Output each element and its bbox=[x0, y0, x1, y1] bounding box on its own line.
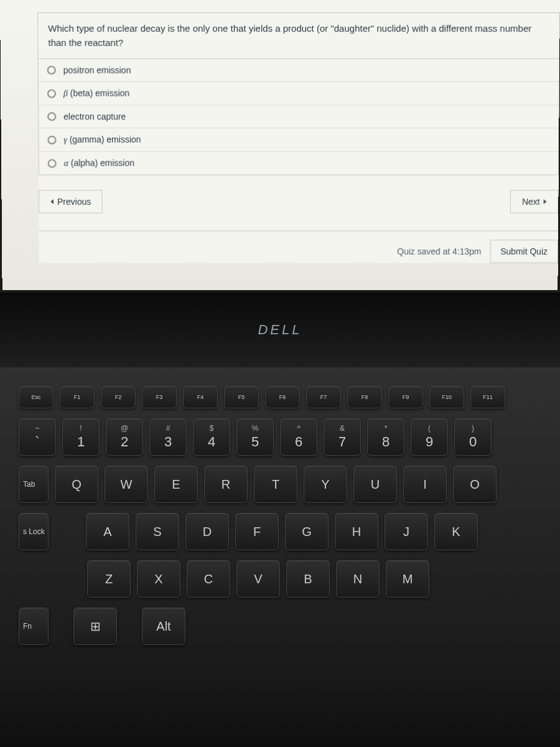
option-positron[interactable]: positron emission bbox=[39, 59, 559, 82]
key-y[interactable]: Y bbox=[304, 466, 347, 503]
laptop-bezel: DELL bbox=[0, 293, 560, 367]
option-label: positron emission bbox=[63, 65, 131, 75]
number-key-row: ~`!1@2#3$4%5^6&7*8(9)0 bbox=[19, 418, 548, 456]
next-button[interactable]: Next bbox=[510, 190, 559, 214]
question-bold: mass number bbox=[475, 23, 531, 34]
chevron-left-icon bbox=[50, 199, 54, 204]
submit-quiz-button[interactable]: Submit Quiz bbox=[490, 240, 558, 263]
option-gamma[interactable]: γ (gamma) emission bbox=[39, 128, 558, 152]
radio-icon[interactable] bbox=[47, 66, 56, 75]
key-f10[interactable]: F10 bbox=[429, 386, 464, 408]
option-alpha[interactable]: α (alpha) emission bbox=[39, 152, 558, 175]
key-b[interactable]: B bbox=[286, 560, 330, 598]
keyboard: EscF1F2F3F4F5F6F7F8F9F10F11 ~`!1@2#3$4%5… bbox=[0, 367, 560, 747]
key-f1[interactable]: F1 bbox=[60, 386, 95, 408]
key-4[interactable]: $4 bbox=[193, 418, 230, 456]
key-h[interactable]: H bbox=[335, 513, 378, 550]
key-v[interactable]: V bbox=[236, 560, 280, 598]
option-label: electron capture bbox=[63, 111, 126, 121]
key-2[interactable]: @2 bbox=[106, 418, 143, 456]
key-i[interactable]: I bbox=[403, 466, 447, 503]
question-suffix: than the reactant? bbox=[48, 37, 123, 47]
previous-label: Previous bbox=[57, 197, 91, 207]
nav-row: Previous Next bbox=[39, 190, 559, 214]
windows-key[interactable]: ⊞ bbox=[73, 608, 117, 645]
question-underlined: only bbox=[193, 23, 210, 34]
options-list: positron emission β (beta) emission elec… bbox=[38, 59, 560, 176]
qwerty-row: Tab QWERTYUIO bbox=[19, 466, 548, 503]
key-t[interactable]: T bbox=[254, 466, 297, 503]
radio-icon[interactable] bbox=[48, 159, 57, 167]
option-electron-capture[interactable]: electron capture bbox=[39, 105, 559, 128]
bottom-row: Fn ⊞ Alt bbox=[19, 608, 548, 645]
key-f11[interactable]: F11 bbox=[470, 386, 505, 408]
brand-logo: DELL bbox=[258, 322, 302, 338]
key-w[interactable]: W bbox=[105, 466, 148, 503]
submit-row: Quiz saved at 4:13pm Submit Quiz bbox=[39, 230, 559, 263]
key-1[interactable]: !1 bbox=[62, 418, 100, 456]
key-k[interactable]: K bbox=[434, 513, 478, 550]
quiz-screen: Which type of nuclear decay is the only … bbox=[0, 0, 560, 290]
option-label: (alpha) emission bbox=[68, 158, 134, 168]
zxcv-row: ZXCVBNM bbox=[19, 560, 548, 598]
quiz-container: Which type of nuclear decay is the only … bbox=[37, 12, 560, 263]
key-o[interactable]: O bbox=[453, 466, 497, 503]
key-g[interactable]: G bbox=[285, 513, 329, 550]
previous-button[interactable]: Previous bbox=[39, 190, 103, 214]
key-0[interactable]: )0 bbox=[454, 418, 492, 456]
key-n[interactable]: N bbox=[336, 560, 380, 598]
option-label: (gamma) emission bbox=[67, 134, 141, 144]
key-s[interactable]: S bbox=[136, 513, 179, 550]
key-f3[interactable]: F3 bbox=[142, 386, 177, 408]
radio-icon[interactable] bbox=[47, 112, 56, 121]
key-f5[interactable]: F5 bbox=[224, 386, 259, 408]
key-e[interactable]: E bbox=[154, 466, 198, 503]
key-c[interactable]: C bbox=[187, 560, 230, 598]
key-f9[interactable]: F9 bbox=[388, 386, 423, 408]
tab-key[interactable]: Tab bbox=[19, 466, 49, 503]
key-esc[interactable]: Esc bbox=[19, 386, 54, 408]
key-f[interactable]: F bbox=[235, 513, 279, 550]
key-`[interactable]: ~` bbox=[19, 418, 56, 456]
next-label: Next bbox=[522, 197, 540, 207]
question-mid: one that yields a product (or "daughter"… bbox=[210, 23, 475, 34]
fn-key[interactable]: Fn bbox=[19, 608, 49, 645]
question-text: Which type of nuclear decay is the only … bbox=[37, 12, 560, 59]
key-x[interactable]: X bbox=[137, 560, 180, 598]
key-q[interactable]: Q bbox=[55, 466, 98, 503]
key-z[interactable]: Z bbox=[87, 560, 131, 598]
option-label: (beta) emission bbox=[68, 88, 129, 98]
key-f7[interactable]: F7 bbox=[306, 386, 341, 408]
fn-key-row: EscF1F2F3F4F5F6F7F8F9F10F11 bbox=[19, 386, 548, 408]
key-m[interactable]: M bbox=[386, 560, 429, 598]
key-9[interactable]: (9 bbox=[411, 418, 448, 456]
key-f4[interactable]: F4 bbox=[183, 386, 218, 408]
key-r[interactable]: R bbox=[204, 466, 248, 503]
caps-lock-key[interactable]: s Lock bbox=[19, 513, 49, 550]
save-status: Quiz saved at 4:13pm bbox=[397, 247, 481, 256]
radio-icon[interactable] bbox=[47, 136, 56, 144]
key-d[interactable]: D bbox=[185, 513, 229, 550]
alt-key[interactable]: Alt bbox=[142, 608, 185, 645]
key-3[interactable]: #3 bbox=[149, 418, 187, 456]
key-f2[interactable]: F2 bbox=[101, 386, 136, 408]
key-7[interactable]: &7 bbox=[324, 418, 361, 456]
radio-icon[interactable] bbox=[47, 89, 56, 98]
asdf-row: s Lock ASDFGHJK bbox=[19, 513, 548, 550]
key-f8[interactable]: F8 bbox=[347, 386, 382, 408]
key-a[interactable]: A bbox=[86, 513, 129, 550]
key-5[interactable]: %5 bbox=[236, 418, 274, 456]
question-prefix: Which type of nuclear decay is the bbox=[48, 23, 193, 34]
key-6[interactable]: ^6 bbox=[280, 418, 317, 456]
key-8[interactable]: *8 bbox=[367, 418, 404, 456]
key-f6[interactable]: F6 bbox=[265, 386, 300, 408]
chevron-right-icon bbox=[544, 199, 547, 204]
key-j[interactable]: J bbox=[385, 513, 428, 550]
key-u[interactable]: U bbox=[353, 466, 397, 503]
option-beta[interactable]: β (beta) emission bbox=[39, 82, 559, 106]
